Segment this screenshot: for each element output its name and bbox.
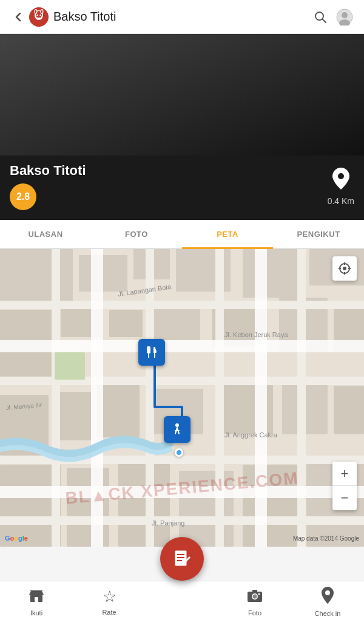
svg-point-78: [253, 594, 257, 598]
svg-rect-38: [179, 471, 234, 547]
bottom-navigation: Ikuti ☆ Rate Ulasan Foto Chec: [0, 581, 364, 622]
nav-ulasan-label: Ulasan: [172, 598, 192, 606]
top-bar: Bakso Titoti: [0, 0, 364, 34]
place-info-right: 0.4 Km: [328, 168, 354, 206]
distance-text: 0.4 Km: [328, 196, 354, 206]
svg-rect-49: [0, 340, 364, 352]
tab-ulasan[interactable]: ULASAN: [0, 220, 91, 248]
zoom-controls: + −: [332, 462, 357, 510]
svg-rect-79: [252, 590, 257, 592]
rating-badge: 2.8: [10, 183, 36, 210]
svg-rect-34: [334, 386, 364, 434]
svg-rect-39: [243, 465, 297, 547]
svg-rect-30: [97, 383, 140, 437]
checkin-pin-icon: [321, 587, 334, 607]
svg-rect-23: [109, 310, 143, 337]
svg-rect-48: [297, 249, 306, 547]
nav-ikuti[interactable]: Ikuti: [0, 581, 73, 622]
star-icon: ☆: [103, 587, 116, 606]
svg-rect-19: [243, 249, 303, 298]
svg-point-5: [35, 10, 36, 13]
place-info-left: Bakso Titoti 2.8: [10, 163, 86, 210]
restaurant-map-pin[interactable]: [138, 339, 165, 366]
search-button[interactable]: [308, 5, 332, 29]
svg-point-61: [175, 423, 179, 427]
tab-peta[interactable]: PETA: [182, 220, 273, 248]
svg-rect-75: [30, 590, 42, 591]
svg-rect-51: [91, 249, 103, 547]
svg-point-80: [258, 593, 260, 595]
tab-pengikut[interactable]: PENGIKUT: [273, 220, 364, 248]
svg-point-6: [41, 10, 42, 13]
svg-point-81: [325, 590, 330, 595]
store-icon: [29, 587, 44, 607]
fab-ulasan-button[interactable]: [160, 537, 204, 581]
svg-text:Jl. Anggrek Cakra: Jl. Anggrek Cakra: [224, 431, 278, 439]
current-location-dot: [175, 448, 183, 457]
tabs-bar: ULASAN FOTO PETA PENGIKUT: [0, 220, 364, 249]
hero-image: [0, 34, 364, 156]
tab-foto[interactable]: FOTO: [91, 220, 182, 248]
nav-checkin-label: Check in: [315, 610, 341, 617]
svg-rect-58: [55, 352, 85, 380]
svg-point-13: [338, 173, 344, 179]
svg-rect-50: [0, 486, 364, 498]
svg-rect-45: [52, 249, 60, 547]
nav-foto-label: Foto: [248, 609, 261, 617]
map-view[interactable]: Jl. Lapangan Bola Jl. Kebon Jeruk Raya J…: [0, 249, 364, 547]
svg-text:Jl. Kebon Jeruk Raya: Jl. Kebon Jeruk Raya: [224, 331, 288, 338]
page-title: Bakso Titoti: [53, 10, 308, 24]
place-name: Bakso Titoti: [10, 163, 86, 179]
map-background: Jl. Lapangan Bola Jl. Kebon Jeruk Raya J…: [0, 249, 364, 547]
nav-rate[interactable]: ☆ Rate: [73, 581, 146, 622]
zoom-out-button[interactable]: −: [332, 486, 357, 510]
svg-point-7: [36, 14, 38, 15]
nav-foto[interactable]: Foto: [218, 581, 291, 622]
google-logo: Google: [5, 535, 28, 542]
svg-rect-46: [146, 249, 154, 547]
location-pin-icon: [332, 168, 350, 194]
zoom-in-button[interactable]: +: [332, 462, 357, 486]
info-bar: Bakso Titoti 2.8 0.4 Km: [0, 156, 364, 220]
my-location-button[interactable]: [332, 256, 357, 281]
svg-rect-47: [215, 249, 224, 547]
nav-ikuti-label: Ikuti: [30, 609, 42, 617]
svg-point-63: [343, 267, 346, 270]
map-attribution: Map data ©2014 Google: [293, 535, 359, 542]
svg-rect-37: [118, 462, 170, 547]
svg-point-11: [342, 12, 348, 18]
nav-rate-label: Rate: [102, 609, 116, 616]
nav-checkin[interactable]: Check in: [291, 581, 364, 622]
back-button[interactable]: [7, 6, 29, 28]
camera-icon: [247, 587, 263, 607]
svg-point-8: [39, 14, 41, 15]
app-logo: [29, 7, 49, 27]
person-map-pin[interactable]: [164, 416, 190, 443]
svg-rect-74: [35, 597, 38, 602]
svg-text:Jl. Panjang: Jl. Panjang: [152, 519, 184, 527]
svg-rect-15: [0, 249, 73, 304]
profile-button[interactable]: [332, 5, 357, 29]
svg-rect-52: [255, 249, 267, 547]
